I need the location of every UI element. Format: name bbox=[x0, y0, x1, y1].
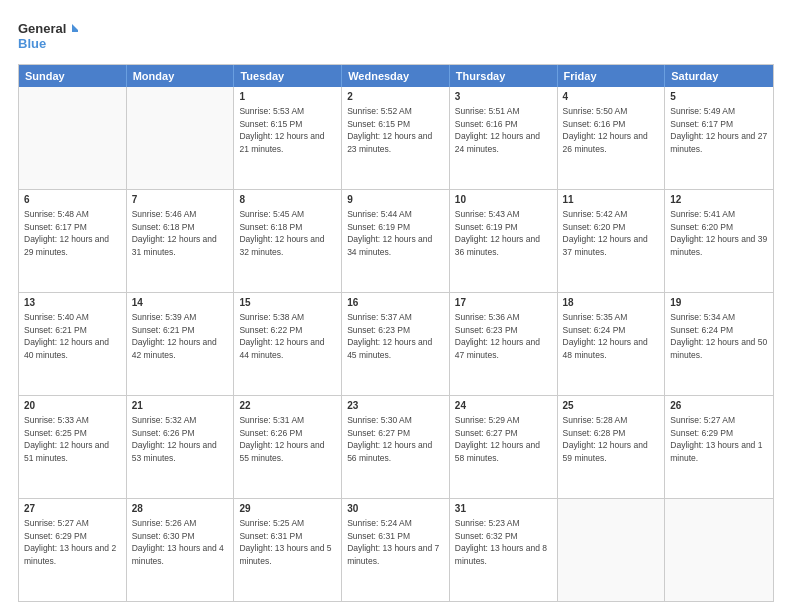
calendar-cell: 7Sunrise: 5:46 AMSunset: 6:18 PMDaylight… bbox=[127, 190, 235, 292]
svg-marker-2 bbox=[72, 24, 78, 32]
header-day-wednesday: Wednesday bbox=[342, 65, 450, 87]
calendar-cell: 15Sunrise: 5:38 AMSunset: 6:22 PMDayligh… bbox=[234, 293, 342, 395]
cell-info: Sunrise: 5:49 AMSunset: 6:17 PMDaylight:… bbox=[670, 106, 767, 154]
day-number: 16 bbox=[347, 296, 444, 310]
calendar-cell bbox=[127, 87, 235, 189]
day-number: 6 bbox=[24, 193, 121, 207]
svg-text:Blue: Blue bbox=[18, 36, 46, 51]
header-day-monday: Monday bbox=[127, 65, 235, 87]
day-number: 4 bbox=[563, 90, 660, 104]
cell-info: Sunrise: 5:28 AMSunset: 6:28 PMDaylight:… bbox=[563, 415, 648, 463]
calendar-cell bbox=[558, 499, 666, 601]
calendar-cell: 12Sunrise: 5:41 AMSunset: 6:20 PMDayligh… bbox=[665, 190, 773, 292]
cell-info: Sunrise: 5:26 AMSunset: 6:30 PMDaylight:… bbox=[132, 518, 224, 566]
cell-info: Sunrise: 5:41 AMSunset: 6:20 PMDaylight:… bbox=[670, 209, 767, 257]
calendar-header: SundayMondayTuesdayWednesdayThursdayFrid… bbox=[19, 65, 773, 87]
day-number: 22 bbox=[239, 399, 336, 413]
day-number: 19 bbox=[670, 296, 768, 310]
calendar-cell: 1Sunrise: 5:53 AMSunset: 6:15 PMDaylight… bbox=[234, 87, 342, 189]
calendar-week-4: 20Sunrise: 5:33 AMSunset: 6:25 PMDayligh… bbox=[19, 396, 773, 499]
calendar-week-2: 6Sunrise: 5:48 AMSunset: 6:17 PMDaylight… bbox=[19, 190, 773, 293]
calendar-cell: 14Sunrise: 5:39 AMSunset: 6:21 PMDayligh… bbox=[127, 293, 235, 395]
calendar-cell: 20Sunrise: 5:33 AMSunset: 6:25 PMDayligh… bbox=[19, 396, 127, 498]
calendar-cell: 28Sunrise: 5:26 AMSunset: 6:30 PMDayligh… bbox=[127, 499, 235, 601]
header-day-tuesday: Tuesday bbox=[234, 65, 342, 87]
calendar-cell: 11Sunrise: 5:42 AMSunset: 6:20 PMDayligh… bbox=[558, 190, 666, 292]
calendar-cell: 30Sunrise: 5:24 AMSunset: 6:31 PMDayligh… bbox=[342, 499, 450, 601]
calendar-body: 1Sunrise: 5:53 AMSunset: 6:15 PMDaylight… bbox=[19, 87, 773, 601]
day-number: 15 bbox=[239, 296, 336, 310]
calendar-cell: 27Sunrise: 5:27 AMSunset: 6:29 PMDayligh… bbox=[19, 499, 127, 601]
day-number: 18 bbox=[563, 296, 660, 310]
calendar-cell: 24Sunrise: 5:29 AMSunset: 6:27 PMDayligh… bbox=[450, 396, 558, 498]
day-number: 11 bbox=[563, 193, 660, 207]
cell-info: Sunrise: 5:29 AMSunset: 6:27 PMDaylight:… bbox=[455, 415, 540, 463]
logo: General Blue bbox=[18, 18, 78, 54]
calendar-cell: 31Sunrise: 5:23 AMSunset: 6:32 PMDayligh… bbox=[450, 499, 558, 601]
cell-info: Sunrise: 5:40 AMSunset: 6:21 PMDaylight:… bbox=[24, 312, 109, 360]
header-day-saturday: Saturday bbox=[665, 65, 773, 87]
calendar: SundayMondayTuesdayWednesdayThursdayFrid… bbox=[18, 64, 774, 602]
cell-info: Sunrise: 5:27 AMSunset: 6:29 PMDaylight:… bbox=[670, 415, 762, 463]
day-number: 10 bbox=[455, 193, 552, 207]
day-number: 2 bbox=[347, 90, 444, 104]
cell-info: Sunrise: 5:43 AMSunset: 6:19 PMDaylight:… bbox=[455, 209, 540, 257]
calendar-cell: 2Sunrise: 5:52 AMSunset: 6:15 PMDaylight… bbox=[342, 87, 450, 189]
calendar-cell: 10Sunrise: 5:43 AMSunset: 6:19 PMDayligh… bbox=[450, 190, 558, 292]
day-number: 26 bbox=[670, 399, 768, 413]
cell-info: Sunrise: 5:39 AMSunset: 6:21 PMDaylight:… bbox=[132, 312, 217, 360]
day-number: 12 bbox=[670, 193, 768, 207]
day-number: 1 bbox=[239, 90, 336, 104]
cell-info: Sunrise: 5:48 AMSunset: 6:17 PMDaylight:… bbox=[24, 209, 109, 257]
calendar-cell: 25Sunrise: 5:28 AMSunset: 6:28 PMDayligh… bbox=[558, 396, 666, 498]
cell-info: Sunrise: 5:27 AMSunset: 6:29 PMDaylight:… bbox=[24, 518, 116, 566]
calendar-cell: 16Sunrise: 5:37 AMSunset: 6:23 PMDayligh… bbox=[342, 293, 450, 395]
cell-info: Sunrise: 5:45 AMSunset: 6:18 PMDaylight:… bbox=[239, 209, 324, 257]
day-number: 25 bbox=[563, 399, 660, 413]
day-number: 8 bbox=[239, 193, 336, 207]
calendar-cell: 8Sunrise: 5:45 AMSunset: 6:18 PMDaylight… bbox=[234, 190, 342, 292]
cell-info: Sunrise: 5:42 AMSunset: 6:20 PMDaylight:… bbox=[563, 209, 648, 257]
svg-text:General: General bbox=[18, 21, 66, 36]
logo-svg: General Blue bbox=[18, 18, 78, 54]
cell-info: Sunrise: 5:36 AMSunset: 6:23 PMDaylight:… bbox=[455, 312, 540, 360]
cell-info: Sunrise: 5:37 AMSunset: 6:23 PMDaylight:… bbox=[347, 312, 432, 360]
day-number: 3 bbox=[455, 90, 552, 104]
day-number: 24 bbox=[455, 399, 552, 413]
calendar-cell: 29Sunrise: 5:25 AMSunset: 6:31 PMDayligh… bbox=[234, 499, 342, 601]
header-day-thursday: Thursday bbox=[450, 65, 558, 87]
cell-info: Sunrise: 5:38 AMSunset: 6:22 PMDaylight:… bbox=[239, 312, 324, 360]
header-day-friday: Friday bbox=[558, 65, 666, 87]
day-number: 5 bbox=[670, 90, 768, 104]
calendar-cell: 18Sunrise: 5:35 AMSunset: 6:24 PMDayligh… bbox=[558, 293, 666, 395]
cell-info: Sunrise: 5:23 AMSunset: 6:32 PMDaylight:… bbox=[455, 518, 547, 566]
day-number: 7 bbox=[132, 193, 229, 207]
cell-info: Sunrise: 5:35 AMSunset: 6:24 PMDaylight:… bbox=[563, 312, 648, 360]
day-number: 23 bbox=[347, 399, 444, 413]
cell-info: Sunrise: 5:31 AMSunset: 6:26 PMDaylight:… bbox=[239, 415, 324, 463]
calendar-cell: 17Sunrise: 5:36 AMSunset: 6:23 PMDayligh… bbox=[450, 293, 558, 395]
calendar-cell: 22Sunrise: 5:31 AMSunset: 6:26 PMDayligh… bbox=[234, 396, 342, 498]
day-number: 30 bbox=[347, 502, 444, 516]
day-number: 29 bbox=[239, 502, 336, 516]
calendar-cell: 4Sunrise: 5:50 AMSunset: 6:16 PMDaylight… bbox=[558, 87, 666, 189]
day-number: 13 bbox=[24, 296, 121, 310]
calendar-week-3: 13Sunrise: 5:40 AMSunset: 6:21 PMDayligh… bbox=[19, 293, 773, 396]
calendar-cell: 6Sunrise: 5:48 AMSunset: 6:17 PMDaylight… bbox=[19, 190, 127, 292]
cell-info: Sunrise: 5:30 AMSunset: 6:27 PMDaylight:… bbox=[347, 415, 432, 463]
day-number: 27 bbox=[24, 502, 121, 516]
cell-info: Sunrise: 5:53 AMSunset: 6:15 PMDaylight:… bbox=[239, 106, 324, 154]
cell-info: Sunrise: 5:46 AMSunset: 6:18 PMDaylight:… bbox=[132, 209, 217, 257]
day-number: 31 bbox=[455, 502, 552, 516]
day-number: 20 bbox=[24, 399, 121, 413]
cell-info: Sunrise: 5:34 AMSunset: 6:24 PMDaylight:… bbox=[670, 312, 767, 360]
calendar-cell: 23Sunrise: 5:30 AMSunset: 6:27 PMDayligh… bbox=[342, 396, 450, 498]
day-number: 9 bbox=[347, 193, 444, 207]
calendar-cell bbox=[665, 499, 773, 601]
cell-info: Sunrise: 5:51 AMSunset: 6:16 PMDaylight:… bbox=[455, 106, 540, 154]
page: General Blue SundayMondayTuesdayWednesda… bbox=[0, 0, 792, 612]
day-number: 21 bbox=[132, 399, 229, 413]
calendar-cell: 13Sunrise: 5:40 AMSunset: 6:21 PMDayligh… bbox=[19, 293, 127, 395]
header: General Blue bbox=[18, 18, 774, 54]
cell-info: Sunrise: 5:33 AMSunset: 6:25 PMDaylight:… bbox=[24, 415, 109, 463]
